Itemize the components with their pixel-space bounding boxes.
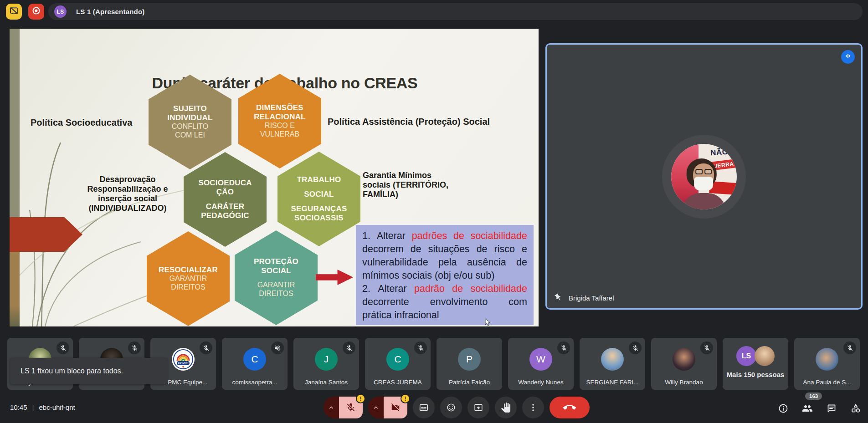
activities-button[interactable] <box>850 403 862 414</box>
hexagon-text-block: CONFLITOCOM LEI <box>172 122 209 140</box>
participant-tile[interactable]: JJanaína Santos <box>293 338 359 390</box>
presentation-warning-button[interactable] <box>6 4 22 20</box>
avatar: J <box>315 348 338 371</box>
avatar <box>601 348 624 371</box>
mic-off-icon <box>557 341 570 354</box>
hexagon-text-block: CARÁTERPEDAGÓGIC <box>201 202 249 220</box>
mic-off-icon <box>700 341 713 354</box>
reactions-button[interactable] <box>440 397 462 418</box>
avatar <box>816 348 838 371</box>
participant-name: Willy Brandao <box>654 379 714 386</box>
top-bar: LS LS 1 (Apresentando) <box>0 0 868 24</box>
avatar <box>673 348 695 371</box>
hexagon-protecao-social: PROTEÇÃOSOCIALGARANTIRDIREITOS <box>235 230 318 325</box>
hexagon-text-block: TRABALHO <box>297 175 341 184</box>
participant-avatar-ring: NÃO GUERRA <box>662 135 746 219</box>
presenter-chip[interactable]: LS LS 1 (Apresentando) <box>48 3 863 20</box>
hexagon-text-block: GARANTIRDIREITOS <box>169 275 207 292</box>
participant-tile[interactable]: PPatrícia Falcão <box>437 338 502 390</box>
note-left-line: (INDIVIDUALIZADO) <box>73 204 182 213</box>
microphone-alert-badge: ! <box>356 394 365 403</box>
call-controls: !! <box>324 397 590 418</box>
record-icon <box>31 6 41 17</box>
raise-hand-button[interactable] <box>495 397 517 418</box>
note-garantia-minimos: Garantia Mínimossociais (TERRITÓRIO,FAMÍ… <box>363 171 467 199</box>
participant-tile[interactable]: SERGIANE FARI... <box>580 338 645 390</box>
people-button[interactable]: 163 <box>801 403 813 414</box>
participant-tile[interactable]: Ccomissaopetra... <box>222 338 288 390</box>
participant-tile[interactable]: CCREAS JUREMA <box>365 338 431 390</box>
photo-person-glasses <box>694 169 713 175</box>
mic-off-icon <box>843 341 856 354</box>
meeting-info: 10:45 | ebc-uhif-qnt <box>10 403 75 411</box>
participant-tile[interactable]: Willy Brandao <box>651 338 717 390</box>
label-politica-socioeducativa: Política Socioeducativa <box>31 117 132 128</box>
microphone-control-group: ! <box>324 397 363 418</box>
highlight-box-line: mínimos sociais (obj e/ou sub) <box>362 269 527 282</box>
mic-off-icon <box>414 341 427 354</box>
highlight-box-line: decorremdesituaçõesderiscoe <box>362 243 527 256</box>
pointer-red-arrow-shape <box>316 270 353 285</box>
mic-off-icon <box>128 341 141 354</box>
participant-tile[interactable]: WWanderly Nunes <box>508 338 574 390</box>
participant-tile[interactable]: Ana Paula de S... <box>794 338 860 390</box>
participant-name-plate: Brigida Taffarel <box>554 293 614 303</box>
mouse-cursor <box>485 318 492 326</box>
presenter-label: LS 1 (Apresentando) <box>76 8 144 15</box>
camera-control-group: ! <box>368 397 407 418</box>
main-video-tile[interactable]: NÃO GUERRA Brigida Taffarel <box>545 43 863 310</box>
participant-name: comissaopetra... <box>225 379 285 386</box>
avatar: C <box>386 348 409 371</box>
note-left-line: Desaprovação <box>73 175 182 184</box>
hexagon-text-block: GARANTIRDIREITOS <box>257 281 295 298</box>
photo-person-mask <box>694 177 713 190</box>
avatar: P <box>458 348 481 371</box>
mic-off-icon <box>200 341 212 354</box>
highlight-box-line: 1.Alterarpadrõesdesociabilidade <box>362 229 527 243</box>
hexagon-text-block: RISCO EVULNERAB <box>260 122 299 139</box>
present-button[interactable] <box>467 397 489 418</box>
shared-presentation-slide: Duplo caráter do trabalho no CREAS Polít… <box>10 29 539 326</box>
presenter-avatar: LS <box>54 5 67 18</box>
hexagon-text-block: SOCIAL <box>304 190 334 199</box>
camera-toggle-button[interactable]: ! <box>384 397 407 418</box>
avatar <box>755 346 775 366</box>
end-call-button[interactable] <box>550 397 590 418</box>
chat-button[interactable] <box>826 403 837 414</box>
divider: | <box>32 403 34 411</box>
toast-text: LS 1 fixou um bloco para todos. <box>21 367 123 375</box>
hexagon-text-block: PROTEÇÃOSOCIAL <box>254 257 298 275</box>
label-politica-assistencia: Política Assistência (Proteção) Social <box>328 117 490 127</box>
note-right-line: Garantia Mínimos <box>363 171 467 180</box>
participant-count-badge: 163 <box>805 392 822 400</box>
more-options-button[interactable] <box>522 397 544 418</box>
mic-off-icon <box>343 341 355 354</box>
microphone-toggle-button[interactable]: ! <box>339 397 363 418</box>
sign-text-nao: NÃO <box>710 147 729 158</box>
speaker-off-icon <box>271 341 284 354</box>
participant-name: Ana Paula de S... <box>797 379 857 386</box>
camera-options-button[interactable] <box>368 397 384 418</box>
camera-alert-badge: ! <box>401 394 410 403</box>
avatar-photo: NÃO GUERRA <box>671 144 737 209</box>
participant-tile[interactable]: LSMais 150 pessoas <box>723 338 788 390</box>
meeting-details-button[interactable] <box>777 403 789 414</box>
toast-notification: LS 1 fixou um bloco para todos. <box>10 358 168 384</box>
audio-level-indicator <box>841 50 855 64</box>
note-left-line: Responsabilização e <box>73 184 182 194</box>
meeting-code: ebc-uhif-qnt <box>39 403 75 411</box>
hexagon-trabalho-social: TRABALHOSOCIALSEGURANÇASSOCIOASSIS <box>277 152 360 246</box>
highlight-text-box: 1.Alterarpadrõesdesociabilidadedecorremd… <box>356 225 534 325</box>
recording-indicator-button[interactable] <box>28 4 44 20</box>
hexagon-text-block: SEGURANÇASSOCIOASSIS <box>291 204 347 223</box>
slide-left-accent-strip <box>10 29 20 326</box>
highlight-box-line: prática infracional <box>362 309 527 322</box>
hexagon-text-block: RESOCIALIZAR <box>159 265 218 275</box>
avatar: GOVPE <box>172 348 195 371</box>
microphone-options-button[interactable] <box>324 397 339 418</box>
captions-button[interactable] <box>413 397 435 418</box>
mic-off-icon <box>56 341 69 354</box>
svg-text:GOVPE: GOVPE <box>178 362 189 365</box>
participant-name: Wanderly Nunes <box>511 379 571 386</box>
participant-name: SERGIANE FARI... <box>582 379 642 386</box>
